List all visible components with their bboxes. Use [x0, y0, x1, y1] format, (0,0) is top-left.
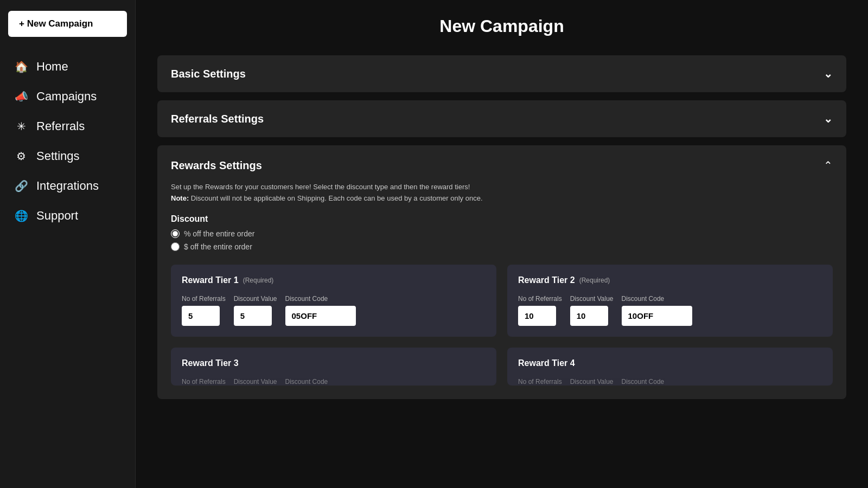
tier-2-referrals-group: No of Referrals: [518, 295, 562, 326]
tier-4-discount-value-group: Discount Value: [570, 378, 614, 386]
sidebar-label-integrations: Integrations: [36, 179, 99, 193]
sidebar-label-support: Support: [36, 209, 78, 223]
tier-1-discount-value-input[interactable]: [234, 306, 272, 326]
discount-section: Discount % off the entire order $ off th…: [171, 214, 833, 251]
tier-2-required: (Required): [579, 277, 610, 284]
note-text: Discount will not be applicable on Shipp…: [191, 194, 483, 202]
tier-1-discount-value-label: Discount Value: [234, 295, 277, 303]
tier-4-referrals-group: No of Referrals: [518, 378, 562, 386]
tier-1-discount-value-group: Discount Value: [234, 295, 277, 326]
sidebar-nav: 🏠 Home 📣 Campaigns ✳ Referrals ⚙ Setting…: [8, 53, 127, 229]
tier-3-referrals-label: No of Referrals: [182, 378, 226, 386]
tier-3-referrals-group: No of Referrals: [182, 378, 226, 386]
tier-2-discount-value-label: Discount Value: [570, 295, 614, 303]
radio-dollar-input[interactable]: [171, 242, 180, 251]
tier-3-discount-code-label: Discount Code: [285, 378, 328, 386]
tier-2-discount-code-input[interactable]: [622, 306, 692, 326]
sidebar-label-campaigns: Campaigns: [36, 89, 97, 104]
tier-2-title: Reward Tier 2: [518, 275, 575, 285]
sidebar-item-support[interactable]: 🌐 Support: [8, 202, 127, 229]
referrals-settings-label: Referrals Settings: [171, 113, 264, 125]
rewards-settings-section: Rewards Settings ⌃ Set up the Rewards fo…: [157, 145, 846, 399]
tier-3-discount-code-group: Discount Code: [285, 378, 328, 386]
tier-3-discount-value-group: Discount Value: [234, 378, 277, 386]
tiers-grid: Reward Tier 1 (Required) No of Referrals…: [171, 265, 833, 386]
tier-1-discount-code-group: Discount Code: [285, 295, 356, 326]
tier-4-discount-code-label: Discount Code: [622, 378, 665, 386]
sidebar-label-settings: Settings: [36, 149, 80, 163]
support-icon: 🌐: [14, 209, 29, 222]
tier-2-referrals-input[interactable]: [518, 306, 556, 326]
tier-2-discount-value-group: Discount Value: [570, 295, 614, 326]
sidebar-item-campaigns[interactable]: 📣 Campaigns: [8, 83, 127, 110]
tier-4-title: Reward Tier 4: [518, 358, 575, 368]
referrals-settings-accordion: Referrals Settings ⌄: [157, 100, 846, 137]
tier-1-header: Reward Tier 1 (Required): [182, 275, 486, 285]
radio-percent[interactable]: % off the entire order: [171, 229, 833, 238]
tier-4-header: Reward Tier 4: [518, 358, 822, 368]
tier-3-fields: No of Referrals Discount Value Discount …: [182, 378, 486, 386]
rewards-settings-chevron-icon[interactable]: ⌃: [824, 159, 833, 172]
rewards-settings-header: Rewards Settings ⌃: [171, 159, 833, 172]
sidebar-item-referrals[interactable]: ✳ Referrals: [8, 113, 127, 140]
tier-4-card: Reward Tier 4 No of Referrals Discount V…: [507, 348, 833, 386]
settings-icon: ⚙: [14, 150, 29, 163]
tier-2-header: Reward Tier 2 (Required): [518, 275, 822, 285]
tier-4-fields: No of Referrals Discount Value Discount …: [518, 378, 822, 386]
tier-4-discount-value-label: Discount Value: [570, 378, 614, 386]
tier-1-fields: No of Referrals Discount Value Discount …: [182, 295, 486, 326]
campaigns-icon: 📣: [14, 90, 29, 103]
new-campaign-button[interactable]: + New Campaign: [8, 11, 127, 37]
tier-1-card: Reward Tier 1 (Required) No of Referrals…: [171, 265, 496, 337]
sidebar-item-integrations[interactable]: 🔗 Integrations: [8, 172, 127, 200]
tier-1-referrals-label: No of Referrals: [182, 295, 226, 303]
main-content: New Campaign Basic Settings ⌄ Referrals …: [136, 0, 868, 488]
referrals-settings-chevron-icon: ⌄: [824, 112, 833, 125]
home-icon: 🏠: [14, 60, 29, 73]
sidebar-item-home[interactable]: 🏠 Home: [8, 53, 127, 80]
basic-settings-accordion: Basic Settings ⌄: [157, 55, 846, 92]
tier-2-discount-code-label: Discount Code: [622, 295, 692, 303]
tier-2-referrals-label: No of Referrals: [518, 295, 562, 303]
basic-settings-label: Basic Settings: [171, 68, 246, 80]
page-title: New Campaign: [157, 16, 846, 36]
rewards-settings-title: Rewards Settings: [171, 159, 262, 172]
rewards-description: Set up the Rewards for your customers he…: [171, 182, 833, 204]
tier-2-discount-value-input[interactable]: [570, 306, 608, 326]
radio-dollar-label: $ off the entire order: [184, 242, 252, 251]
tier-3-title: Reward Tier 3: [182, 358, 239, 368]
tier-1-referrals-group: No of Referrals: [182, 295, 226, 326]
tier-1-title: Reward Tier 1: [182, 275, 239, 285]
tier-4-referrals-label: No of Referrals: [518, 378, 562, 386]
basic-settings-header[interactable]: Basic Settings ⌄: [157, 55, 846, 92]
radio-percent-label: % off the entire order: [184, 229, 254, 238]
radio-dollar[interactable]: $ off the entire order: [171, 242, 833, 251]
referrals-settings-header[interactable]: Referrals Settings ⌄: [157, 100, 846, 137]
radio-percent-input[interactable]: [171, 229, 180, 238]
discount-label: Discount: [171, 214, 833, 224]
referrals-icon: ✳: [14, 120, 29, 133]
integrations-icon: 🔗: [14, 179, 29, 192]
sidebar-label-home: Home: [36, 60, 68, 74]
sidebar-item-settings[interactable]: ⚙ Settings: [8, 143, 127, 170]
tier-2-discount-code-group: Discount Code: [622, 295, 692, 326]
tier-2-fields: No of Referrals Discount Value Discount …: [518, 295, 822, 326]
tier-1-required: (Required): [243, 277, 274, 284]
tier-1-discount-code-label: Discount Code: [285, 295, 356, 303]
tier-3-discount-value-label: Discount Value: [234, 378, 277, 386]
tier-3-card: Reward Tier 3 No of Referrals Discount V…: [171, 348, 496, 386]
basic-settings-chevron-icon: ⌄: [824, 67, 833, 80]
sidebar: + New Campaign 🏠 Home 📣 Campaigns ✳ Refe…: [0, 0, 136, 488]
tier-1-referrals-input[interactable]: [182, 306, 220, 326]
sidebar-label-referrals: Referrals: [36, 119, 85, 133]
tier-4-discount-code-group: Discount Code: [622, 378, 665, 386]
tier-2-card: Reward Tier 2 (Required) No of Referrals…: [507, 265, 833, 337]
tier-3-header: Reward Tier 3: [182, 358, 486, 368]
note-label: Note:: [171, 194, 189, 202]
tier-1-discount-code-input[interactable]: [285, 306, 356, 326]
